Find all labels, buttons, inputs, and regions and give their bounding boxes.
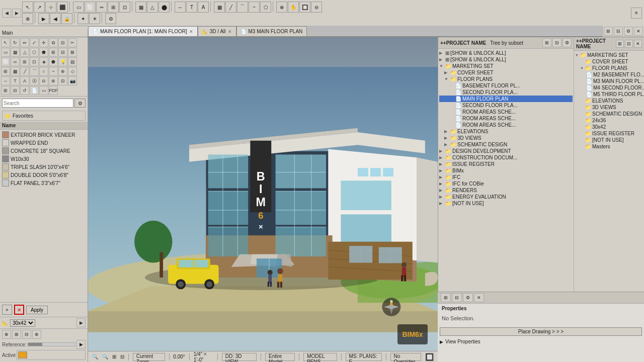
roof-tool[interactable]: △ [20, 48, 29, 57]
tree-item[interactable]: 📄ROOM AREAS SCHE... [439, 122, 573, 128]
stair-tool[interactable]: ▤ [68, 57, 77, 66]
tree-item[interactable]: 📄SECOND FLOOR PLA... [439, 102, 573, 109]
tool-beam[interactable]: ═ [96, 2, 107, 13]
far-tree-item[interactable]: 📁ISSUE REGISTER [575, 130, 643, 137]
view-settings-btn[interactable]: ⊟ [120, 354, 124, 359]
tab-m3[interactable]: 📄 M3 MAIN FLOOR PLAN [236, 26, 307, 36]
tree-item[interactable]: ▼📁FLOOR PLANS [439, 76, 573, 82]
far-expand-btn[interactable]: ⊞ [616, 40, 624, 48]
view-properties-btn[interactable]: ▶ View Properties [438, 338, 644, 345]
tool-spline[interactable]: ~ [249, 2, 260, 13]
tool-ungroup[interactable]: ◀ [50, 13, 61, 24]
railing-tool[interactable]: ⊞ [1, 67, 10, 76]
far-tree-item[interactable]: 📄M5 THIRD FLOOR PL... [575, 91, 643, 98]
copy-tool[interactable]: ⧉ [49, 38, 58, 47]
far-close-btn[interactable]: ✕ [634, 40, 642, 48]
nav-settings-btn[interactable]: ⚙ [562, 38, 572, 47]
zoom-out-btn[interactable]: 🔍 [102, 354, 108, 359]
tree-item[interactable]: ▶📁DESIGN DEVELOPMENT [439, 148, 573, 154]
tree-item[interactable]: ▶📁RENDERS [439, 187, 573, 194]
tool-poly[interactable]: ⬡ [260, 2, 271, 13]
forward-btn[interactable]: ▶ [12, 9, 21, 18]
tree-item[interactable]: ▼📁MARKETING SET [439, 63, 573, 69]
far-tree-item[interactable]: 📄M4 SECOND FLOOR... [575, 84, 643, 91]
material-item[interactable]: WRAPPED END [1, 139, 87, 147]
stretch-tool[interactable]: ⤢ [30, 38, 39, 47]
model-btn[interactable]: Entire Model [265, 353, 295, 361]
far-tree-item[interactable]: 📁3D VIEWS [575, 104, 643, 111]
tool-wall[interactable]: ▭ [73, 2, 84, 13]
circle-tool[interactable]: ○ [39, 67, 48, 76]
morph-tool[interactable]: ⬟ [39, 48, 48, 57]
prop-collapse-btn[interactable]: ⊟ [452, 293, 462, 302]
tree-item[interactable]: ▶📁IFC [439, 174, 573, 180]
far-tree-item[interactable]: 📁Masters [575, 143, 643, 150]
tree-item[interactable]: ▶⊞[SHOW & UNLOCK ALL] [439, 56, 573, 63]
tab-main-floor-plan[interactable]: 📄 MAIN FLOOR PLAN [1: MAIN FLOOR] ✕ [88, 26, 198, 36]
beam-tool[interactable]: ═ [11, 57, 20, 66]
tree-close-btn[interactable]: ✕ [634, 27, 643, 36]
material-item[interactable]: CONCRETE 18" SQUARE [1, 147, 87, 155]
apply-btn[interactable]: Apply [26, 306, 48, 314]
tool-lock[interactable]: 🔒 [61, 13, 72, 24]
material-item[interactable]: W10x30 [1, 155, 87, 163]
tool-zoom[interactable]: ⊕ [276, 2, 287, 13]
lamp-tool[interactable]: 💡 [58, 57, 67, 66]
search-input[interactable] [2, 99, 73, 108]
far-tree-item[interactable]: 📁[NOT IN USE] [575, 137, 643, 143]
tool-select[interactable]: ↖ [22, 2, 33, 13]
prop-expand-btn[interactable]: ⊞ [441, 293, 451, 302]
tree-item[interactable]: 📄ROOM AREAS SCHE... [439, 109, 573, 115]
tree-item[interactable]: 📄SECOND FLOOR PLA... [439, 89, 573, 96]
tool-pan[interactable]: ✋ [288, 2, 299, 13]
mat-delete-btn[interactable]: ✕ [14, 305, 24, 315]
grid-btn[interactable]: ⊞ [12, 330, 21, 339]
far-tree-item[interactable]: ▼📁FLOOR PLANS [575, 65, 643, 71]
tool-sun[interactable]: ☀ [89, 13, 100, 24]
snap-btn[interactable]: ⊕ [2, 330, 11, 339]
skylight-tool[interactable]: ◈ [39, 57, 48, 66]
fill-tool[interactable]: ▩ [11, 67, 20, 76]
trim-tool[interactable]: ✂ [68, 38, 77, 47]
far-tree-item[interactable]: 📁ELEVATIONS [575, 98, 643, 104]
hotspot-tool[interactable]: ⊕ [58, 67, 67, 76]
zoom-value[interactable]: Current Zoom [133, 353, 165, 361]
tool-slab[interactable]: ▦ [135, 2, 146, 13]
overrides-btn[interactable]: No Overrides [390, 353, 421, 361]
origin-btn[interactable]: ⊕ [32, 330, 41, 339]
tab-3d[interactable]: 📐 3D / All ✕ [198, 26, 236, 36]
door-tool[interactable]: ⊡ [30, 57, 39, 66]
tree-expand-btn[interactable]: ⊞ [604, 27, 613, 36]
zoom-in-btn[interactable]: 🔍 [92, 354, 98, 359]
far-tree-item[interactable]: 📁COVER SHEET [575, 58, 643, 65]
tool-marquee[interactable]: ⊹ [45, 2, 56, 13]
back-btn[interactable]: ◀ [2, 9, 11, 18]
material-item[interactable]: FLAT PANEL 3'3"x6'7" [1, 179, 87, 187]
far-collapse-btn[interactable]: ⊟ [625, 40, 633, 48]
far-tree-item[interactable]: ▼📁MARKETING SET [575, 52, 643, 58]
tree-item[interactable]: 📄MAIN FLOOR PLAN [439, 96, 573, 102]
nav-expand-btn[interactable]: ⊞ [542, 38, 551, 47]
detail-tool[interactable]: ⊞ [1, 86, 10, 95]
tool-text[interactable]: T [186, 2, 197, 13]
tool-label[interactable]: A [198, 2, 209, 13]
nav-collapse-btn[interactable]: ⊟ [552, 38, 561, 47]
tool-settings[interactable]: ⚙ [105, 13, 116, 24]
far-tree-item[interactable]: 📁30x42 [575, 124, 643, 130]
place-drawing-btn[interactable]: Place Drawing > > > [440, 327, 642, 336]
tool-arc[interactable]: ⌒ [237, 2, 248, 13]
prop-settings-btn[interactable]: ⚙ [463, 293, 473, 302]
dim-tool[interactable]: ↔ [1, 76, 10, 85]
mirror-tool[interactable]: ⇔ [20, 38, 29, 47]
tree-item[interactable]: ▶📁ELEVATIONS [439, 128, 573, 135]
rotate-tool[interactable]: ↻ [11, 38, 20, 47]
worksheet-tool[interactable]: ⊟ [11, 86, 20, 95]
arc-tool[interactable]: ⌒ [30, 67, 39, 76]
fit-btn[interactable]: ⊞ [112, 354, 116, 359]
figure-tool[interactable]: ▭ [39, 86, 48, 95]
far-tree-item[interactable]: 📁SCHEMATIC DESIGN [575, 111, 643, 117]
poly-tool[interactable]: ◇ [68, 67, 77, 76]
curtain-tool[interactable]: ⊟ [58, 48, 67, 57]
shell-tool[interactable]: ⬡ [30, 48, 39, 57]
tree-item[interactable]: ▶📁BIMx [439, 167, 573, 174]
